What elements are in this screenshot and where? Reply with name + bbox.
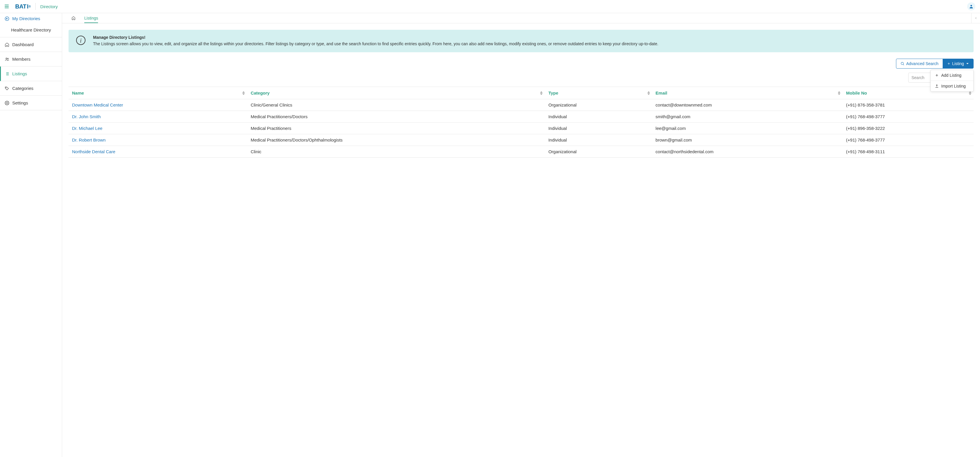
menu-toggle-button[interactable] — [5, 3, 11, 10]
import-listing-label: Import Listing — [941, 84, 966, 88]
breadcrumb-label: Listings — [84, 16, 98, 23]
sidebar-item-members[interactable]: Members — [0, 52, 62, 67]
cell-type: Individual — [545, 111, 652, 123]
listing-button-label: Listing — [952, 61, 964, 66]
listing-dropdown-menu: Add Listing Import Listing — [931, 70, 974, 92]
add-listing-item[interactable]: Add Listing — [931, 70, 973, 81]
collapse-panel-button[interactable] — [971, 13, 980, 23]
column-header-category[interactable]: Category — [247, 87, 545, 99]
top-header: BAT I® Directory — [0, 0, 980, 13]
user-icon — [969, 4, 974, 9]
sort-icon — [648, 91, 650, 95]
cell-type: Individual — [545, 134, 652, 146]
svg-point-4 — [6, 87, 6, 88]
table-row: Downtown Medical CenterClinic/General Cl… — [68, 99, 974, 111]
cell-email: contact@downtownmed.com — [652, 99, 843, 111]
svg-point-0 — [970, 5, 972, 6]
sidebar-item-settings[interactable]: Settings — [0, 96, 62, 110]
content-area: i Manage Directory Listings! The Listing… — [62, 23, 980, 164]
cell-category: Medical Practitioners/Doctors/Ophthalmol… — [247, 134, 545, 146]
gear-icon — [5, 101, 10, 105]
table-row: Dr. Robert BrownMedical Practitioners/Do… — [68, 134, 974, 146]
cell-name[interactable]: Dr. Robert Brown — [68, 134, 247, 146]
action-row: Advanced Search Listing Add Listing Imp — [68, 59, 974, 68]
cell-email: smith@gmail.com — [652, 111, 843, 123]
divider — [35, 3, 36, 10]
sidebar: My Directories Healthcare Directory Dash… — [0, 13, 62, 457]
search-row — [68, 73, 974, 83]
cell-category: Medical Practitioners/Doctors — [247, 111, 545, 123]
directory-name: Healthcare Directory — [0, 24, 62, 37]
advanced-search-label: Advanced Search — [906, 61, 939, 66]
sidebar-item-label: Dashboard — [12, 42, 33, 47]
cell-type: Individual — [545, 123, 652, 134]
table-row: Dr. Michael LeeMedical PractitionersIndi… — [68, 123, 974, 134]
table-row: Northside Dental CareClinicOrganizationa… — [68, 146, 974, 158]
info-title: Manage Directory Listings! — [93, 35, 658, 40]
upload-icon — [935, 84, 939, 88]
user-avatar-button[interactable] — [967, 2, 975, 11]
svg-point-5 — [6, 102, 8, 104]
users-icon — [5, 57, 10, 62]
breadcrumb-home[interactable] — [68, 13, 81, 23]
arrow-left-circle-icon — [5, 16, 10, 21]
info-banner: i Manage Directory Listings! The Listing… — [68, 30, 974, 52]
cell-mobile: (+91) 768-498-3111 — [843, 146, 974, 158]
logo-suffix: I — [27, 3, 28, 10]
cell-email: lee@gmail.com — [652, 123, 843, 134]
cell-mobile: (+91) 896-358-3222 — [843, 123, 974, 134]
column-header-email[interactable]: Email — [652, 87, 843, 99]
plus-icon — [935, 73, 939, 77]
listings-table: Name Category — [68, 87, 974, 158]
info-body: The Listings screen allows you to view, … — [93, 41, 658, 47]
cell-name[interactable]: Dr. John Smith — [68, 111, 247, 123]
column-header-type[interactable]: Type — [545, 87, 652, 99]
caret-left-icon — [974, 17, 977, 19]
sort-icon — [242, 91, 245, 95]
cell-category: Medical Practitioners — [247, 123, 545, 134]
sort-icon — [540, 91, 542, 95]
home-icon — [5, 42, 10, 47]
logo[interactable]: BAT I® — [15, 3, 30, 10]
caret-down-icon — [966, 62, 969, 65]
table-row: Dr. John SmithMedical Practitioners/Doct… — [68, 111, 974, 123]
list-icon — [5, 72, 10, 76]
plus-icon — [947, 62, 951, 65]
main-area: Listings i Manage Directory Listings! Th… — [62, 13, 980, 457]
sidebar-item-label: Listings — [12, 71, 27, 76]
advanced-search-button[interactable]: Advanced Search — [896, 59, 943, 68]
add-listing-label: Add Listing — [941, 73, 961, 78]
cell-name[interactable]: Dr. Michael Lee — [68, 123, 247, 134]
cell-name[interactable]: Northside Dental Care — [68, 146, 247, 158]
cell-email: contact@northsidedental.com — [652, 146, 843, 158]
column-header-name[interactable]: Name — [68, 87, 247, 99]
cell-type: Organizational — [545, 99, 652, 111]
cell-mobile: (+91) 876-358-3781 — [843, 99, 974, 111]
back-to-directories-link[interactable]: My Directories — [0, 13, 62, 24]
sidebar-item-categories[interactable]: Categories — [0, 81, 62, 96]
tags-icon — [5, 86, 10, 91]
registered-icon: ® — [29, 5, 30, 8]
sidebar-item-listings[interactable]: Listings — [0, 67, 62, 81]
cell-mobile: (+91) 768-498-3777 — [843, 134, 974, 146]
sidebar-item-dashboard[interactable]: Dashboard — [0, 37, 62, 52]
cell-type: Organizational — [545, 146, 652, 158]
app-title[interactable]: Directory — [40, 4, 58, 9]
cell-category: Clinic/General Clinics — [247, 99, 545, 111]
import-listing-item[interactable]: Import Listing — [931, 81, 973, 91]
listing-dropdown-button[interactable]: Listing — [943, 59, 974, 68]
svg-point-3 — [8, 58, 8, 59]
sidebar-item-label: Settings — [12, 100, 28, 105]
logo-text: BAT — [15, 3, 26, 10]
cell-name[interactable]: Downtown Medical Center — [68, 99, 247, 111]
cell-email: brown@gmail.com — [652, 134, 843, 146]
info-icon: i — [76, 35, 86, 46]
cell-category: Clinic — [247, 146, 545, 158]
breadcrumb-current[interactable]: Listings — [81, 13, 103, 23]
svg-text:i: i — [80, 37, 82, 44]
sidebar-item-label: Categories — [12, 86, 33, 91]
back-label: My Directories — [12, 16, 40, 21]
sort-icon — [838, 91, 840, 95]
svg-point-2 — [6, 58, 7, 59]
breadcrumb-bar: Listings — [62, 13, 980, 23]
